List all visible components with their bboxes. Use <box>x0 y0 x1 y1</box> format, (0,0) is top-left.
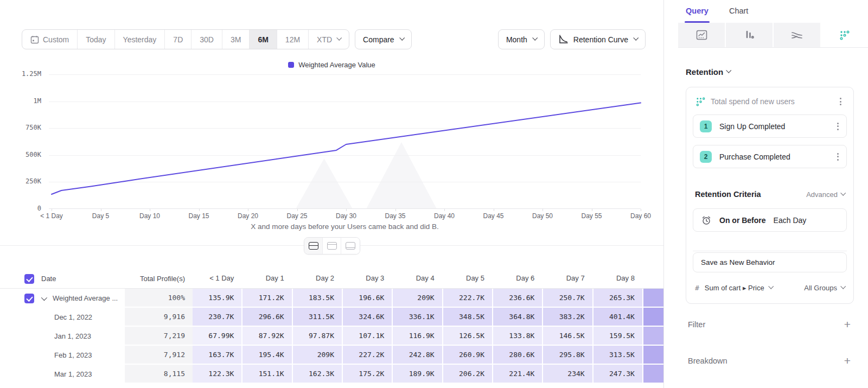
retention-value-cell[interactable]: 151.1K <box>242 365 292 384</box>
range-3m[interactable]: 3M <box>222 30 250 49</box>
retention-value-cell[interactable]: 126.5K <box>443 327 493 346</box>
retention-condition[interactable]: On or Before Each Day <box>693 208 847 232</box>
y-tick-label: 750K <box>25 124 41 131</box>
behavior-title[interactable]: Total spend of new users <box>711 97 831 106</box>
kebab-menu-icon[interactable] <box>834 120 842 132</box>
retention-value-cell[interactable]: 175.2K <box>343 365 393 384</box>
range-7d[interactable]: 7D <box>165 30 192 49</box>
retention-value-cell[interactable]: 183.5K <box>293 289 343 308</box>
retention-value-cell[interactable]: 133.8K <box>493 327 543 346</box>
retention-value-cell[interactable]: 159.5K <box>593 327 643 346</box>
chart-type-button[interactable]: Retention Curve <box>550 29 646 49</box>
retention-value-cell[interactable]: 236.6K <box>493 289 543 308</box>
compare-button[interactable]: Compare <box>355 29 412 49</box>
retention-value-cell[interactable]: 189.9K <box>393 365 443 384</box>
advanced-mode-selector[interactable]: Advanced <box>806 190 845 199</box>
retention-value-cell[interactable]: 87.92K <box>242 327 292 346</box>
chart-tab-flows[interactable] <box>774 23 820 47</box>
save-as-new-behavior-button[interactable]: Save as New Behavior <box>693 252 847 272</box>
retention-value-cell[interactable]: 313.5K <box>593 346 643 365</box>
range-30d[interactable]: 30D <box>192 30 222 49</box>
flows-icon <box>791 31 803 40</box>
retention-value-cell[interactable]: 401.4K <box>593 308 643 327</box>
retention-value-cell[interactable]: 107.1K <box>343 327 393 346</box>
analysis-type-selector[interactable]: Retention <box>686 67 854 77</box>
retention-value-cell[interactable]: 222.7K <box>443 289 493 308</box>
retention-value-cell[interactable]: 234K <box>543 365 593 384</box>
retention-value-cell[interactable]: 122.3K <box>193 365 242 384</box>
panel-tab-chart[interactable]: Chart <box>729 7 748 23</box>
add-filter-button[interactable]: + <box>843 319 852 330</box>
axis-tick <box>494 209 494 211</box>
step-event-label: Purchase Completed <box>719 152 826 161</box>
chart-legend[interactable]: Weighted Average Value <box>0 61 663 69</box>
range-6m[interactable]: 6M <box>250 30 277 49</box>
retention-value-cell[interactable]: 250.7K <box>543 289 593 308</box>
retention-value-cell[interactable]: 195.4K <box>242 346 292 365</box>
retention-value-cell[interactable]: 295.8K <box>543 346 593 365</box>
chevron-down-icon[interactable] <box>41 294 47 300</box>
retention-value-cell[interactable]: 163.7K <box>193 346 242 365</box>
condition-type: On or Before <box>719 216 766 225</box>
range-today[interactable]: Today <box>78 30 114 49</box>
chart-tab-insights[interactable] <box>678 23 725 47</box>
add-breakdown-button[interactable]: + <box>843 355 852 366</box>
retention-value-cell[interactable]: 280.6K <box>493 346 543 365</box>
behavior-step[interactable]: 1Sign Up Completed <box>693 115 847 138</box>
table-layout-top-button[interactable] <box>323 238 341 254</box>
retention-value-cell[interactable]: 206.2K <box>443 365 493 384</box>
retention-value-cell[interactable]: 116.9K <box>393 327 443 346</box>
retention-value-cell[interactable]: 146.5K <box>543 327 593 346</box>
chart-caption: X and more days before your Users came b… <box>49 222 641 231</box>
y-tick-label: 1M <box>34 97 41 105</box>
retention-value-cell[interactable]: 296.6K <box>242 308 292 327</box>
axis-tick <box>248 209 248 211</box>
select-all-checkbox[interactable] <box>24 274 34 284</box>
retention-value-cell[interactable]: 230.7K <box>193 308 242 327</box>
range-xtd[interactable]: XTD <box>309 30 349 49</box>
row-checkbox[interactable] <box>24 294 34 303</box>
range-yesterday[interactable]: Yesterday <box>115 30 165 49</box>
retention-value-cell[interactable]: 242.8K <box>393 346 443 365</box>
granularity-button[interactable]: Month <box>498 29 545 49</box>
retention-value-cell[interactable]: 383.2K <box>543 308 593 327</box>
group-selector[interactable]: All Groups <box>804 284 845 292</box>
retention-value-cell[interactable]: 336.1K <box>393 308 443 327</box>
retention-value-cell[interactable]: 260.9K <box>443 346 493 365</box>
behavior-dots-icon <box>696 97 705 106</box>
panel-tab-query[interactable]: Query <box>686 7 709 23</box>
header-day-column: Day 3 <box>343 269 393 288</box>
retention-value-cell[interactable]: 196.6K <box>343 289 393 308</box>
kebab-menu-icon[interactable] <box>837 96 845 107</box>
retention-line-series[interactable] <box>49 74 641 209</box>
retention-value-cell[interactable]: 135.9K <box>193 289 242 308</box>
kebab-menu-icon[interactable] <box>834 151 842 163</box>
retention-value-cell[interactable]: 97.87K <box>293 327 343 346</box>
retention-value-cell[interactable]: 247.3K <box>593 365 643 384</box>
chart-tab-retention[interactable] <box>821 23 868 47</box>
chevron-down-icon <box>633 35 639 41</box>
retention-value-cell[interactable]: 162.3K <box>293 365 343 384</box>
axis-tick <box>150 209 150 211</box>
retention-value-cell[interactable]: 67.99K <box>193 327 242 346</box>
retention-value-cell[interactable]: 227.2K <box>343 346 393 365</box>
range-12m[interactable]: 12M <box>277 30 309 49</box>
range-custom[interactable]: Custom <box>22 30 78 49</box>
behavior-step[interactable]: 2Purchase Completed <box>693 145 847 168</box>
retention-value-cell[interactable]: 324.6K <box>343 308 393 327</box>
retention-value-cell[interactable]: 209K <box>393 289 443 308</box>
retention-value-cell[interactable]: 265.3K <box>593 289 643 308</box>
table-layout-split-button[interactable] <box>304 238 323 254</box>
retention-value-cell[interactable]: 171.2K <box>242 289 292 308</box>
retention-value-cell[interactable]: 348.5K <box>443 308 493 327</box>
retention-value-cell[interactable]: 209K <box>293 346 343 365</box>
row-label-cell: Mar 1, 2023 <box>0 365 125 384</box>
measure-property-selector[interactable]: Sum of cart ▸ Price <box>705 284 799 292</box>
x-tick-label: < 1 Day <box>27 212 76 220</box>
retention-value-cell[interactable]: 364.8K <box>493 308 543 327</box>
table-layout-bottom-button[interactable] <box>341 238 360 254</box>
chart-tab-bars[interactable] <box>726 23 773 47</box>
table-header-row: DateTotal Profile(s)< 1 DayDay 1Day 2Day… <box>0 269 663 289</box>
retention-value-cell[interactable]: 311.5K <box>293 308 343 327</box>
retention-value-cell[interactable]: 221.4K <box>493 365 543 384</box>
